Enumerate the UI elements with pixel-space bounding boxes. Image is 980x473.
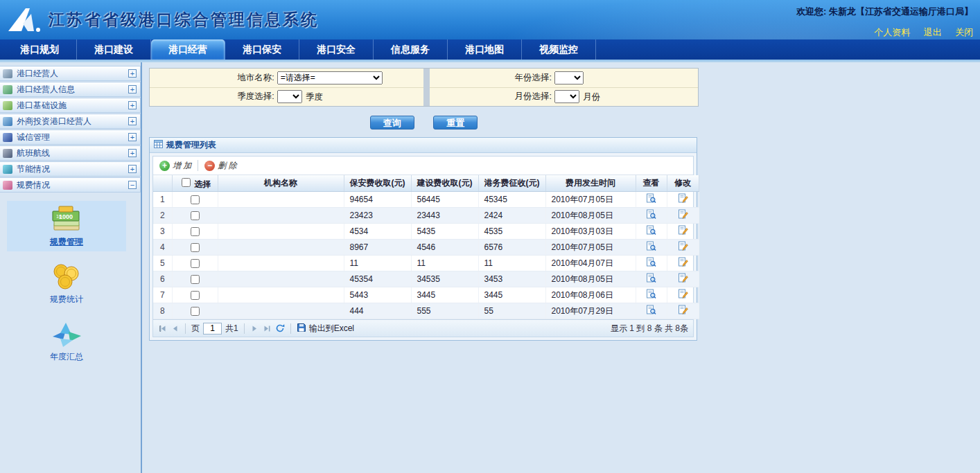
column-header[interactable]: 查看	[636, 175, 667, 192]
view-button[interactable]	[646, 209, 656, 222]
expand-toggle[interactable]: +	[128, 69, 137, 78]
first-page-button[interactable]	[158, 324, 167, 333]
add-button[interactable]: 增 加	[159, 160, 191, 172]
header-user-area: 欢迎您: 朱新龙【江苏省交通运输厅港口局】 个人资料 退出 关闭	[796, 6, 973, 39]
nav-tab[interactable]: 港口安全	[299, 39, 374, 60]
plus-icon	[159, 161, 170, 171]
column-header[interactable]: 保安费收取(元)	[344, 175, 411, 192]
nav-tab[interactable]: 港口地图	[448, 39, 522, 60]
logout-link[interactable]: 退出	[924, 27, 942, 37]
nav-tab[interactable]: 港口规划	[3, 39, 77, 60]
sidebar-item[interactable]: 外商投资港口经营人 +	[0, 114, 141, 129]
edit-button[interactable]	[678, 209, 688, 222]
last-page-button[interactable]	[263, 324, 272, 333]
month-select[interactable]	[554, 90, 579, 103]
year-select[interactable]	[554, 71, 584, 84]
edit-button[interactable]	[678, 305, 688, 317]
port-fee-cell: 2424	[478, 208, 545, 224]
refresh-button[interactable]	[275, 323, 285, 333]
next-page-button[interactable]	[250, 324, 259, 333]
port-fee-cell: 4535	[478, 224, 545, 240]
view-button[interactable]	[646, 257, 656, 269]
save-icon	[297, 323, 306, 334]
sidebar-item[interactable]: 港口经营人信息 +	[0, 82, 141, 97]
row-checkbox[interactable]	[191, 227, 200, 236]
edit-button[interactable]	[678, 241, 688, 253]
org-cell	[218, 256, 344, 271]
construction-fee-cell: 555	[411, 303, 478, 319]
close-link[interactable]: 关闭	[955, 27, 973, 37]
row-checkbox[interactable]	[191, 275, 200, 284]
row-checkbox[interactable]	[191, 291, 200, 300]
sidebar-item[interactable]: 港口经营人 +	[0, 66, 141, 81]
reset-button[interactable]: 重置	[433, 116, 478, 130]
view-button[interactable]	[646, 193, 656, 206]
column-header[interactable]: 费用发生时间	[545, 175, 636, 192]
page-input[interactable]	[203, 323, 222, 334]
nav-tab-active[interactable]: 港口经营	[151, 39, 225, 60]
expand-toggle[interactable]: +	[128, 101, 137, 109]
energy-icon	[3, 165, 12, 174]
sidebar-item[interactable]: 诚信管理 +	[0, 130, 141, 145]
expand-toggle[interactable]: +	[128, 165, 137, 173]
fee-icon	[3, 181, 12, 190]
nav-tab[interactable]: 港口保安	[225, 39, 299, 60]
view-button[interactable]	[646, 241, 656, 253]
expand-toggle[interactable]: +	[128, 133, 137, 141]
row-checkbox[interactable]	[191, 211, 200, 220]
security-fee-cell: 45354	[344, 271, 411, 287]
profile-link[interactable]: 个人资料	[874, 27, 910, 37]
query-button[interactable]: 查询	[370, 116, 414, 130]
edit-button[interactable]	[678, 225, 688, 238]
view-button[interactable]	[646, 305, 656, 317]
column-header[interactable]: 建设费收取(元)	[411, 175, 478, 192]
expand-toggle[interactable]: +	[128, 85, 137, 93]
view-button[interactable]	[646, 289, 656, 301]
nav-tab[interactable]: 视频监控	[522, 39, 596, 60]
page-label: 页	[191, 323, 200, 334]
security-fee-cell: 94654	[344, 192, 411, 208]
row-checkbox[interactable]	[191, 243, 200, 252]
edit-button[interactable]	[678, 289, 688, 301]
column-header[interactable]: 机构名称	[218, 175, 344, 192]
export-excel-button[interactable]: 输出到Excel	[297, 323, 354, 334]
view-button[interactable]	[646, 273, 656, 285]
fee-list-panel: 规费管理列表 增 加 删 除	[149, 137, 697, 341]
nav-tab[interactable]: 信息服务	[374, 39, 448, 60]
view-button[interactable]	[646, 225, 656, 238]
sidebar-item[interactable]: 规费情况 −	[0, 177, 141, 193]
row-checkbox[interactable]	[191, 307, 200, 316]
search-form-left: 地市名称: =请选择= 季度选择: 季度	[150, 69, 423, 106]
expand-toggle[interactable]: −	[128, 181, 137, 189]
row-checkbox[interactable]	[191, 259, 200, 268]
pager: 页 共1	[153, 319, 693, 337]
month-label: 月份选择:	[515, 91, 552, 101]
sidebar-subitem[interactable]: 规费统计	[7, 258, 126, 309]
table-row: 3 4534 5435 4535 2010年03月03日	[153, 224, 699, 240]
expand-toggle[interactable]: +	[128, 117, 137, 125]
column-header[interactable]: 港务费征收(元)	[478, 175, 545, 192]
edit-button[interactable]	[678, 193, 688, 206]
integrity-icon	[3, 133, 12, 142]
row-checkbox[interactable]	[191, 195, 200, 204]
select-all-checkbox[interactable]	[182, 178, 191, 187]
fee-table: 选择机构名称保安费收取(元)建设费收取(元)港务费征收(元)费用发生时间查看修改…	[153, 175, 699, 319]
delete-button[interactable]: 删 除	[204, 160, 236, 172]
quarter-select[interactable]	[277, 90, 302, 103]
sidebar-accordion: 港口经营人 + 港口经营人信息 + 港口基础设施 + 外商投资港口经营人 + 诚…	[0, 66, 141, 193]
date-cell: 2010年08月05日	[545, 271, 636, 287]
date-cell: 2010年07月05日	[545, 240, 636, 256]
nav-tab[interactable]: 港口建设	[77, 39, 151, 60]
sidebar-subitem[interactable]: 100010 规费管理	[7, 201, 126, 251]
edit-button[interactable]	[678, 273, 688, 285]
prev-page-button[interactable]	[170, 324, 180, 333]
sidebar-item[interactable]: 节能情况 +	[0, 161, 141, 177]
column-header[interactable]: 修改	[667, 175, 699, 192]
construction-fee-cell: 34535	[411, 271, 478, 287]
sidebar-item[interactable]: 航班航线 +	[0, 145, 141, 161]
sidebar-item[interactable]: 港口基础设施 +	[0, 98, 141, 113]
edit-button[interactable]	[678, 257, 688, 269]
expand-toggle[interactable]: +	[128, 149, 137, 157]
city-select[interactable]: =请选择=	[277, 71, 383, 84]
sidebar-subitem[interactable]: 年度汇总	[7, 316, 126, 366]
